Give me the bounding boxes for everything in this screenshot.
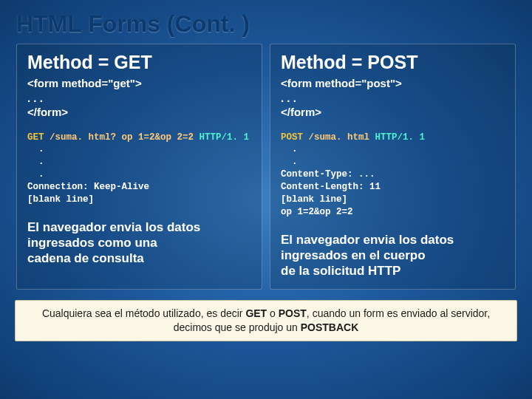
explain-get-l1: El navegador envia los datos [27, 219, 251, 235]
http-proto-post: HTTP/1. 1 [375, 132, 426, 143]
footnote-mid1: o [267, 307, 279, 319]
explain-get-l3: cadena de consulta [27, 250, 251, 266]
http-body-get: . . . Connection: Keep-Alive [blank line… [27, 144, 149, 205]
form-get-line2: . . . [27, 92, 43, 104]
footnote-b3: POSTBACK [301, 321, 359, 333]
http-block-get: GET /suma. html? op 1=2&op 2=2 HTTP/1. 1… [27, 132, 251, 206]
http-url-post: /suma. html [303, 132, 375, 143]
form-post-line2: . . . [281, 92, 296, 104]
form-get-line1: <form method="get"> [27, 77, 142, 89]
explain-post: El navegador envia los datos ingresados … [281, 232, 505, 279]
columns-container: Method = GET <form method="get"> . . . <… [0, 44, 532, 290]
http-proto-get: HTTP/1. 1 [200, 132, 250, 143]
explain-post-l3: de la solicitud HTTP [281, 263, 505, 279]
form-get-line3: </form> [27, 106, 68, 118]
heading-get: Method = GET [27, 52, 251, 73]
form-post-line1: <form method="post"> [281, 77, 402, 89]
footnote-b2: POST [279, 307, 307, 319]
column-post: Method = POST <form method="post"> . . .… [270, 44, 516, 290]
footnote-pre: Cualquiera sea el método utilizado, es d… [42, 307, 246, 319]
http-body-post: . . Content-Type: ... Content-Length: 11… [281, 144, 381, 216]
footnote-b1: GET [245, 307, 267, 319]
explain-post-l2: ingresados en el cuerpo [281, 248, 505, 263]
http-url-get: /suma. html? op 1=2&op 2=2 [44, 132, 200, 143]
http-block-post: POST /suma. html HTTP/1. 1 . . Content-T… [281, 132, 505, 219]
explain-get-l2: ingresados ​​como una [27, 235, 251, 250]
form-snippet-get: <form method="get"> . . . </form> [27, 76, 251, 120]
explain-post-l1: El navegador envia los datos [281, 232, 505, 248]
http-method-post: POST [281, 132, 303, 143]
form-snippet-post: <form method="post"> . . . </form> [281, 76, 505, 120]
heading-post: Method = POST [281, 52, 505, 73]
explain-get: El navegador envia los datos ingresados … [27, 219, 251, 267]
slide-title: HTML Forms (Cont. ) [0, 0, 532, 44]
column-get: Method = GET <form method="get"> . . . <… [16, 44, 262, 290]
http-method-get: GET [27, 132, 44, 143]
form-post-line3: </form> [281, 106, 321, 118]
footnote-box: Cualquiera sea el método utilizado, es d… [15, 300, 517, 341]
